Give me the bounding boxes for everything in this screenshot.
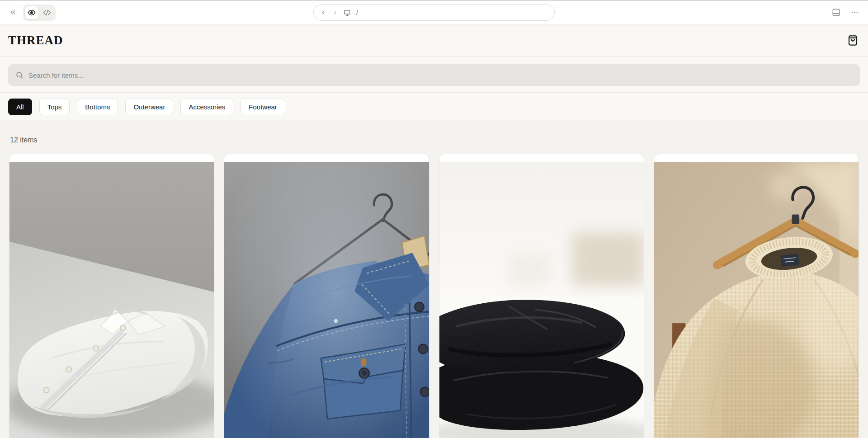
preview-mode-button[interactable] [24, 6, 39, 19]
panel-bottom-button[interactable] [830, 6, 842, 19]
view-mode-toggle [23, 5, 56, 21]
forward-button[interactable] [332, 9, 338, 16]
product-image-black-trousers [439, 162, 644, 438]
filter-chip-outerwear[interactable]: Outerwear [125, 99, 173, 115]
collapse-sidebar-button[interactable] [7, 7, 19, 18]
filter-chip-bottoms[interactable]: Bottoms [77, 99, 118, 115]
toolbar-right [830, 6, 861, 19]
search-section [0, 57, 868, 93]
ellipsis-icon [850, 8, 859, 17]
chevron-left-icon [320, 9, 326, 16]
product-list-section: 12 items [0, 136, 868, 438]
url-path: / [356, 9, 358, 16]
code-icon [43, 9, 51, 17]
product-card[interactable] [9, 154, 214, 438]
product-card[interactable] [224, 154, 429, 438]
shopping-bag-icon [847, 34, 859, 47]
category-filter-bar: All Tops Bottoms Outerwear Accessories F… [0, 93, 868, 121]
chevrons-left-icon [9, 9, 17, 16]
chevron-right-icon [332, 9, 338, 16]
filter-chip-tops[interactable]: Tops [39, 99, 70, 115]
code-mode-button[interactable] [40, 6, 54, 19]
product-card[interactable] [654, 154, 859, 438]
product-image-white-shirt [9, 162, 214, 438]
items-count: 12 items [10, 136, 859, 144]
brand-logo: THREAD [8, 33, 63, 47]
product-card[interactable] [439, 154, 644, 438]
back-button[interactable] [320, 9, 326, 16]
filter-chip-all[interactable]: All [8, 99, 32, 115]
cart-button[interactable] [846, 33, 860, 47]
panel-bottom-icon [832, 8, 840, 17]
app-window: / THREAD All Tops Bottoms Outerwear Acce… [0, 0, 868, 438]
filter-chip-footwear[interactable]: Footwear [241, 99, 285, 115]
site-header: THREAD [0, 24, 868, 57]
search-input[interactable] [28, 71, 853, 79]
preview-url-bar[interactable]: / [313, 5, 555, 21]
filter-chip-accessories[interactable]: Accessories [180, 99, 233, 115]
product-image-denim-jacket [224, 162, 429, 438]
preview-toolbar: / [0, 1, 868, 24]
monitor-icon [344, 9, 351, 16]
product-image-cream-sweater [654, 162, 859, 438]
product-grid [9, 154, 859, 438]
search-box[interactable] [8, 64, 860, 86]
eye-icon [28, 9, 36, 17]
more-options-button[interactable] [849, 6, 861, 19]
search-icon [15, 71, 24, 79]
